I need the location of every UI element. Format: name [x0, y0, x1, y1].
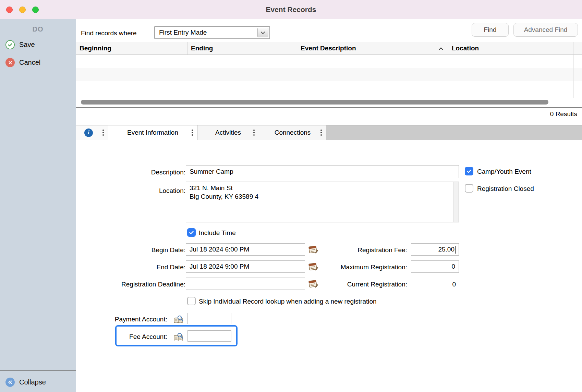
tab-connections-label: Connections [275, 129, 311, 136]
description-input[interactable] [186, 165, 459, 178]
textarea-scrollbar-track[interactable] [453, 182, 459, 222]
registration-closed-label: Registration Closed [477, 185, 534, 193]
location-textarea[interactable]: 321 N. Main St Big County, KY 63589 4 [186, 182, 459, 222]
save-button[interactable]: Save [5, 40, 35, 49]
camp-youth-event-checkbox[interactable] [465, 167, 473, 175]
advanced-find-button[interactable]: Advanced Find [513, 23, 578, 37]
registration-fee-input[interactable]: 25.00 [411, 243, 459, 256]
account-lookup-icon[interactable] [173, 315, 183, 324]
tab-activities[interactable]: Activities [197, 125, 259, 140]
x-circle-icon [5, 58, 15, 67]
tab-strip-filler [326, 125, 582, 140]
vertical-ellipsis-icon[interactable] [320, 132, 322, 133]
tab-event-information[interactable]: Event Information [108, 125, 197, 140]
results-table-header: Beginning Ending Event Description Locat… [76, 42, 582, 55]
tab-event-information-label: Event Information [127, 129, 178, 136]
sidebar-divider [0, 370, 76, 371]
date-picker-icon[interactable] [307, 262, 318, 271]
skip-lookup-label: Skip Individual Record lookup when addin… [199, 298, 377, 305]
date-picker-icon[interactable] [307, 245, 318, 254]
info-circle-icon[interactable]: i [84, 128, 93, 137]
vertical-ellipsis-icon[interactable] [253, 132, 255, 133]
vertical-ellipsis-icon[interactable] [102, 132, 104, 133]
tab-activities-label: Activities [215, 129, 241, 136]
double-chevron-left-circle-icon [5, 378, 15, 387]
column-header-ending[interactable]: Ending [187, 42, 297, 54]
payment-account-label: Payment Account: [64, 316, 167, 323]
text-cursor [455, 246, 456, 254]
description-label: Description: [83, 169, 185, 176]
registration-closed-checkbox[interactable] [465, 184, 473, 193]
cancel-button[interactable]: Cancel [5, 58, 40, 67]
vertical-scrollbar-track[interactable] [573, 55, 582, 98]
check-circle-icon [5, 40, 15, 49]
registration-deadline-input[interactable] [186, 278, 305, 290]
collapse-sidebar-button[interactable]: Collapse [5, 378, 46, 387]
collapse-button-label: Collapse [19, 378, 46, 386]
account-lookup-icon[interactable] [173, 333, 183, 341]
results-table-body[interactable] [76, 55, 582, 98]
dropdown-button[interactable] [257, 28, 268, 37]
registration-fee-value: 25.00 [438, 246, 454, 253]
camp-youth-event-label: Camp/Youth Event [477, 168, 531, 175]
table-bottom-border [76, 107, 582, 108]
registration-deadline-label: Registration Deadline: [83, 281, 185, 288]
cancel-button-label: Cancel [19, 59, 40, 66]
skip-lookup-checkbox[interactable] [187, 297, 196, 305]
maximum-registration-input[interactable] [411, 260, 459, 273]
find-field-dropdown-value: First Entry Made [159, 27, 207, 38]
save-button-label: Save [19, 41, 35, 49]
column-header-event-description-label: Event Description [301, 45, 356, 52]
location-label: Location: [83, 187, 185, 195]
event-records-window: Event Records DO Save Cancel Collapse Fi… [0, 0, 582, 392]
table-row [76, 81, 582, 94]
vertical-ellipsis-icon[interactable] [192, 132, 193, 133]
tab-strip: i Event Information Activities Connectio… [76, 125, 582, 140]
begin-date-input[interactable] [186, 243, 305, 256]
scrollbar-corner [573, 42, 582, 54]
window-title: Event Records [0, 0, 582, 19]
sidebar-header: DO [0, 25, 76, 33]
horizontal-scrollbar-thumb[interactable] [81, 100, 548, 105]
registration-fee-label: Registration Fee: [322, 246, 407, 254]
end-date-input[interactable] [186, 260, 305, 273]
current-registration-value: 0 [411, 281, 456, 288]
tab-connections[interactable]: Connections [259, 125, 326, 140]
date-picker-icon[interactable] [307, 279, 318, 289]
include-time-checkbox[interactable] [187, 228, 196, 237]
find-button[interactable]: Find [472, 23, 509, 37]
column-header-beginning[interactable]: Beginning [76, 42, 187, 54]
column-header-event-description[interactable]: Event Description [297, 42, 448, 54]
payment-account-input[interactable] [187, 313, 231, 324]
table-row [76, 68, 582, 81]
begin-date-label: Begin Date: [83, 246, 185, 254]
current-registration-label: Current Registration: [322, 281, 407, 288]
include-time-label: Include Time [199, 229, 236, 237]
maximum-registration-label: Maximum Registration: [322, 264, 407, 271]
find-records-where-label: Find records where [81, 29, 137, 37]
chevron-down-icon [261, 30, 265, 34]
end-date-label: End Date: [83, 264, 185, 271]
location-text: 321 N. Main St Big County, KY 63589 4 [190, 184, 450, 221]
record-info-segment[interactable]: i [76, 125, 108, 140]
sort-ascending-icon [439, 47, 443, 52]
find-field-dropdown[interactable]: First Entry Made [154, 26, 270, 39]
fee-account-label: Fee Account: [64, 333, 167, 341]
title-bar: Event Records [0, 0, 582, 19]
table-row [76, 55, 582, 68]
column-header-location[interactable]: Location [448, 42, 573, 54]
results-count: 0 Results [550, 110, 577, 118]
fee-account-input[interactable] [187, 330, 231, 342]
